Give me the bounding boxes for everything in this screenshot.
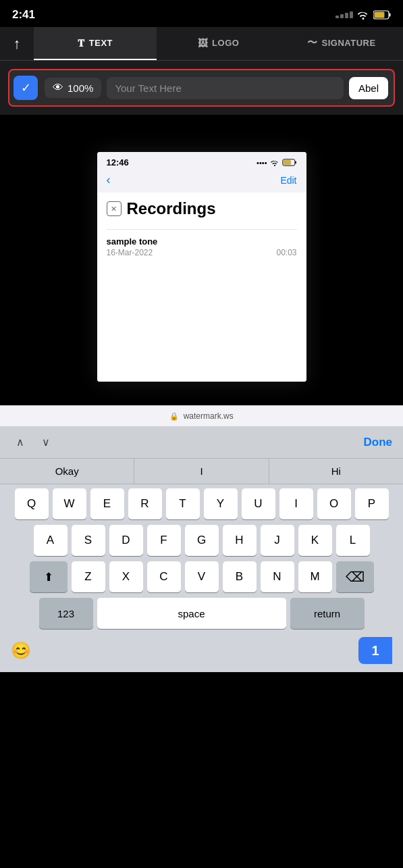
arrow-buttons: ∧ ∨	[11, 433, 55, 451]
brand-badge: 1	[358, 637, 392, 664]
key-i[interactable]: I	[279, 488, 313, 519]
key-b[interactable]: B	[223, 561, 257, 592]
signature-tab-label: SIGNATURE	[322, 38, 376, 48]
screenshot-battery-icon	[282, 159, 297, 166]
confirm-button[interactable]: ✓	[14, 76, 38, 100]
key-v[interactable]: V	[185, 561, 219, 592]
key-y[interactable]: Y	[204, 488, 238, 519]
preview-area: 12:46 •••• ‹ Edit ✕ Recordings	[0, 115, 403, 405]
key-q[interactable]: Q	[15, 488, 49, 519]
key-d[interactable]: D	[109, 525, 143, 556]
key-k[interactable]: K	[298, 525, 332, 556]
key-l[interactable]: L	[336, 525, 370, 556]
keyboard-area: ∧ ∨ Done Okay I Hi Q W E R T Y U I O P A…	[0, 426, 403, 672]
key-h[interactable]: H	[223, 525, 257, 556]
arrow-up-button[interactable]: ∧	[11, 433, 30, 451]
signature-tab-icon: 〜	[307, 36, 318, 49]
screenshot-back-icon: ‹	[107, 173, 111, 187]
key-z[interactable]: Z	[72, 561, 105, 592]
font-name-label: Abel	[358, 82, 379, 94]
done-button[interactable]: Done	[364, 436, 393, 449]
key-c[interactable]: C	[147, 561, 181, 592]
status-time: 2:41	[12, 8, 35, 22]
logo-tab-label: LOGO	[212, 38, 239, 48]
status-icons	[335, 10, 391, 20]
screenshot-status-icons: ••••	[257, 159, 296, 167]
wifi-icon	[357, 10, 369, 20]
emoji-button[interactable]: 😊	[11, 641, 31, 660]
shift-key[interactable]: ⬆	[30, 561, 68, 592]
key-w[interactable]: W	[53, 488, 86, 519]
key-r[interactable]: R	[128, 488, 162, 519]
key-n[interactable]: N	[261, 561, 294, 592]
recording-item: sample tone 16-Mar-2022 00:03	[107, 229, 297, 264]
watermark-url: watermark.ws	[184, 411, 234, 421]
recordings-title: Recordings	[127, 199, 216, 218]
key-row-1: Q W E R T Y U I O P	[3, 488, 400, 519]
screenshot-status-bar: 12:46 ••••	[97, 152, 306, 170]
svg-rect-4	[283, 160, 290, 165]
screenshot-nav: ‹ Edit	[97, 170, 306, 193]
text-tab-icon: 𝐓	[78, 37, 85, 49]
lock-icon: 🔒	[169, 412, 179, 420]
key-f[interactable]: F	[147, 525, 181, 556]
key-row-4: 123 space return	[3, 598, 400, 629]
delete-key[interactable]: ⌫	[336, 561, 374, 592]
numbers-key[interactable]: 123	[39, 598, 93, 629]
predict-i[interactable]: I	[134, 459, 269, 484]
screenshot-time: 12:46	[107, 157, 129, 168]
signal-icon	[335, 11, 353, 18]
key-p[interactable]: P	[355, 488, 389, 519]
check-icon: ✓	[21, 80, 31, 95]
predictive-bar: Okay I Hi	[0, 459, 403, 484]
key-u[interactable]: U	[242, 488, 275, 519]
tab-bar: ↑ 𝐓 TEXT 🖼 LOGO 〜 SIGNATURE	[0, 27, 403, 61]
status-bar: 2:41	[0, 0, 403, 27]
svg-rect-2	[389, 14, 391, 17]
predict-okay[interactable]: Okay	[0, 459, 134, 484]
key-x[interactable]: X	[109, 561, 143, 592]
recording-duration: 00:03	[276, 248, 296, 257]
key-a[interactable]: A	[34, 525, 68, 556]
key-row-2: A S D F G H J K L	[3, 525, 400, 556]
x-badge-icon: ✕	[107, 201, 122, 216]
watermark-bar: 🔒 watermark.ws	[0, 405, 403, 426]
recording-date: 16-Mar-2022	[107, 248, 153, 257]
toolbar-row: ✓ 👁 100% Your Text Here Abel	[8, 69, 395, 107]
key-row-3: ⬆ Z X C V B N M ⌫	[3, 561, 400, 592]
visibility-icon: 👁	[53, 82, 63, 94]
text-tab-label: TEXT	[89, 38, 113, 48]
predict-hi[interactable]: Hi	[269, 459, 403, 484]
key-e[interactable]: E	[90, 488, 124, 519]
recordings-header: ✕ Recordings	[107, 199, 297, 218]
svg-rect-1	[375, 12, 385, 18]
space-key[interactable]: space	[97, 598, 286, 629]
key-m[interactable]: M	[298, 561, 332, 592]
tab-back-button[interactable]: ↑	[0, 27, 34, 60]
svg-rect-5	[295, 161, 296, 164]
tab-signature[interactable]: 〜 SIGNATURE	[280, 27, 403, 60]
accessory-bar: ∧ ∨ Done	[0, 426, 403, 459]
text-input[interactable]: Your Text Here	[107, 77, 344, 99]
recording-meta: 16-Mar-2022 00:03	[107, 248, 297, 257]
brand-number: 1	[371, 643, 379, 659]
opacity-value: 100%	[68, 82, 93, 94]
battery-icon	[373, 10, 391, 20]
keyboard-rows: Q W E R T Y U I O P A S D F G H J K L ⬆ …	[0, 484, 403, 632]
key-s[interactable]: S	[72, 525, 105, 556]
back-arrow-icon: ↑	[14, 35, 21, 53]
screenshot-edit-button: Edit	[280, 175, 296, 186]
key-o[interactable]: O	[317, 488, 351, 519]
key-t[interactable]: T	[166, 488, 200, 519]
return-key[interactable]: return	[290, 598, 365, 629]
opacity-control[interactable]: 👁 100%	[45, 78, 101, 98]
key-g[interactable]: G	[185, 525, 219, 556]
arrow-down-button[interactable]: ∨	[36, 433, 55, 451]
phone-screenshot: 12:46 •••• ‹ Edit ✕ Recordings	[97, 152, 306, 382]
bottom-bar: 😊 1	[0, 632, 403, 672]
tab-text[interactable]: 𝐓 TEXT	[34, 27, 157, 60]
tab-logo[interactable]: 🖼 LOGO	[157, 27, 279, 60]
key-j[interactable]: J	[261, 525, 294, 556]
screenshot-content: ✕ Recordings sample tone 16-Mar-2022 00:…	[97, 193, 306, 382]
font-selector[interactable]: Abel	[349, 77, 388, 99]
